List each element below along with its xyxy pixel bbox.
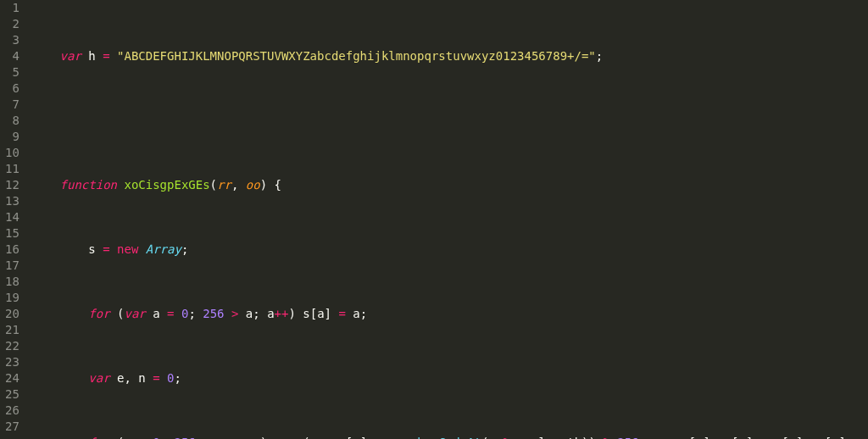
code-line[interactable]: var h = "ABCDEFGHIJKLMNOPQRSTUVWXYZabcde…	[31, 48, 868, 64]
line-number: 9	[5, 129, 19, 145]
code-line[interactable]: for (a = 0; 256 > a; a++) n = (n + s[a] …	[31, 435, 868, 439]
line-number: 20	[5, 306, 19, 322]
line-number: 21	[5, 322, 19, 338]
line-number: 18	[5, 274, 19, 290]
line-number: 27	[5, 419, 19, 435]
line-number: 16	[5, 242, 19, 258]
code-editor: 1234567891011121314151617181920212223242…	[0, 0, 868, 439]
line-number: 17	[5, 258, 19, 274]
line-number: 15	[5, 225, 19, 242]
line-number: 8	[5, 113, 19, 129]
line-number: 19	[5, 290, 19, 306]
line-number: 10	[5, 145, 19, 161]
line-number: 4	[5, 48, 19, 64]
line-number: 14	[5, 209, 19, 225]
line-number: 22	[5, 338, 19, 354]
line-number: 25	[5, 386, 19, 403]
line-number: 7	[5, 97, 19, 113]
line-number: 3	[5, 32, 19, 48]
code-line[interactable]	[31, 113, 868, 129]
line-number: 13	[5, 193, 19, 209]
line-number: 6	[5, 81, 19, 97]
code-line[interactable]: function xoCisgpExGEs(rr, oo) {	[31, 177, 868, 193]
line-number: 11	[5, 161, 19, 177]
line-number: 1	[5, 0, 19, 16]
code-line[interactable]: for (var a = 0; 256 > a; a++) s[a] = a;	[31, 306, 868, 322]
line-number: 5	[5, 64, 19, 81]
line-number: 12	[5, 177, 19, 193]
code-line[interactable]: s = new Array;	[31, 242, 868, 258]
line-number: 2	[5, 16, 19, 32]
line-number: 26	[5, 403, 19, 419]
line-number-gutter: 1234567891011121314151617181920212223242…	[0, 0, 28, 439]
code-line[interactable]: var e, n = 0;	[31, 370, 868, 386]
line-number: 23	[5, 354, 19, 370]
line-number: 24	[5, 370, 19, 386]
code-area[interactable]: var h = "ABCDEFGHIJKLMNOPQRSTUVWXYZabcde…	[28, 0, 868, 439]
